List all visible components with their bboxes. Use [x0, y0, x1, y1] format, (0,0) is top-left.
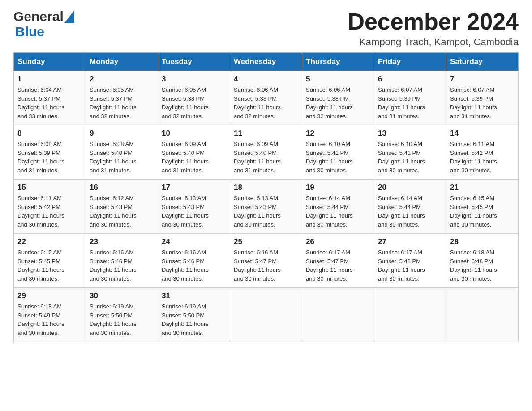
day-cell-8: 8Sunrise: 6:08 AMSunset: 5:39 PMDaylight…: [14, 125, 86, 180]
logo-blue: Blue: [15, 24, 44, 39]
day-number: 8: [17, 129, 82, 138]
day-cell-3: 3Sunrise: 6:05 AMSunset: 5:38 PMDaylight…: [158, 71, 230, 125]
day-info: Sunrise: 6:13 AMSunset: 5:43 PMDaylight:…: [162, 194, 226, 229]
day-cell-4: 4Sunrise: 6:06 AMSunset: 5:38 PMDaylight…: [230, 71, 302, 125]
day-info: Sunrise: 6:09 AMSunset: 5:40 PMDaylight:…: [234, 140, 298, 175]
day-cell-5: 5Sunrise: 6:06 AMSunset: 5:38 PMDaylight…: [302, 71, 374, 125]
day-cell-21: 21Sunrise: 6:15 AMSunset: 5:45 PMDayligh…: [446, 180, 519, 234]
day-info: Sunrise: 6:16 AMSunset: 5:47 PMDaylight:…: [234, 248, 298, 283]
day-cell-17: 17Sunrise: 6:13 AMSunset: 5:43 PMDayligh…: [158, 180, 230, 234]
day-info: Sunrise: 6:16 AMSunset: 5:46 PMDaylight:…: [90, 248, 154, 283]
day-info: Sunrise: 6:06 AMSunset: 5:38 PMDaylight:…: [306, 86, 370, 120]
day-number: 14: [450, 129, 515, 138]
day-info: Sunrise: 6:16 AMSunset: 5:46 PMDaylight:…: [162, 248, 226, 283]
day-cell-30: 30Sunrise: 6:19 AMSunset: 5:50 PMDayligh…: [86, 288, 158, 342]
day-info: Sunrise: 6:14 AMSunset: 5:44 PMDaylight:…: [306, 194, 370, 229]
day-number: 6: [378, 75, 442, 84]
weekday-header-tuesday: Tuesday: [158, 53, 230, 71]
day-info: Sunrise: 6:15 AMSunset: 5:45 PMDaylight:…: [450, 194, 515, 229]
day-cell-2: 2Sunrise: 6:05 AMSunset: 5:37 PMDaylight…: [86, 71, 158, 125]
day-info: Sunrise: 6:11 AMSunset: 5:42 PMDaylight:…: [17, 194, 82, 229]
day-number: 19: [306, 183, 370, 192]
weekday-header-sunday: Sunday: [14, 53, 86, 71]
day-info: Sunrise: 6:10 AMSunset: 5:41 PMDaylight:…: [378, 140, 442, 175]
week-row-5: 29Sunrise: 6:18 AMSunset: 5:49 PMDayligh…: [14, 288, 519, 342]
day-number: 29: [17, 291, 82, 300]
weekday-header-monday: Monday: [86, 53, 158, 71]
day-cell-28: 28Sunrise: 6:18 AMSunset: 5:48 PMDayligh…: [446, 234, 519, 288]
weekday-header-saturday: Saturday: [446, 53, 519, 71]
day-number: 22: [17, 237, 82, 246]
logo: General Blue: [13, 9, 75, 39]
page-header: General Blue December 2024 Kampong Trach…: [13, 9, 519, 48]
location-title: Kampong Trach, Kampot, Cambodia: [348, 36, 519, 48]
day-info: Sunrise: 6:18 AMSunset: 5:49 PMDaylight:…: [17, 302, 82, 337]
day-number: 21: [450, 183, 515, 192]
week-row-3: 15Sunrise: 6:11 AMSunset: 5:42 PMDayligh…: [14, 180, 519, 234]
day-info: Sunrise: 6:18 AMSunset: 5:48 PMDaylight:…: [450, 248, 515, 283]
calendar-table: SundayMondayTuesdayWednesdayThursdayFrid…: [13, 52, 519, 342]
calendar-header: SundayMondayTuesdayWednesdayThursdayFrid…: [14, 53, 519, 71]
day-info: Sunrise: 6:06 AMSunset: 5:38 PMDaylight:…: [234, 86, 298, 120]
week-row-1: 1Sunrise: 6:04 AMSunset: 5:37 PMDaylight…: [14, 71, 519, 125]
empty-cell: [230, 288, 302, 342]
day-number: 26: [306, 237, 370, 246]
day-number: 23: [90, 237, 154, 246]
day-number: 11: [234, 129, 298, 138]
day-cell-12: 12Sunrise: 6:10 AMSunset: 5:41 PMDayligh…: [302, 125, 374, 180]
day-cell-22: 22Sunrise: 6:15 AMSunset: 5:45 PMDayligh…: [14, 234, 86, 288]
empty-cell: [374, 288, 446, 342]
day-number: 25: [234, 237, 298, 246]
day-info: Sunrise: 6:08 AMSunset: 5:40 PMDaylight:…: [90, 140, 154, 175]
day-cell-6: 6Sunrise: 6:07 AMSunset: 5:39 PMDaylight…: [374, 71, 446, 125]
day-number: 27: [378, 237, 442, 246]
day-cell-25: 25Sunrise: 6:16 AMSunset: 5:47 PMDayligh…: [230, 234, 302, 288]
day-cell-18: 18Sunrise: 6:13 AMSunset: 5:43 PMDayligh…: [230, 180, 302, 234]
day-cell-29: 29Sunrise: 6:18 AMSunset: 5:49 PMDayligh…: [14, 288, 86, 342]
day-number: 3: [162, 75, 226, 84]
day-cell-11: 11Sunrise: 6:09 AMSunset: 5:40 PMDayligh…: [230, 125, 302, 180]
calendar-body: 1Sunrise: 6:04 AMSunset: 5:37 PMDaylight…: [14, 71, 519, 342]
day-cell-27: 27Sunrise: 6:17 AMSunset: 5:48 PMDayligh…: [374, 234, 446, 288]
day-cell-16: 16Sunrise: 6:12 AMSunset: 5:43 PMDayligh…: [86, 180, 158, 234]
day-cell-23: 23Sunrise: 6:16 AMSunset: 5:46 PMDayligh…: [86, 234, 158, 288]
day-info: Sunrise: 6:05 AMSunset: 5:38 PMDaylight:…: [162, 86, 226, 120]
day-number: 18: [234, 183, 298, 192]
weekday-header-friday: Friday: [374, 53, 446, 71]
day-info: Sunrise: 6:07 AMSunset: 5:39 PMDaylight:…: [378, 86, 442, 120]
day-cell-9: 9Sunrise: 6:08 AMSunset: 5:40 PMDaylight…: [86, 125, 158, 180]
day-number: 12: [306, 129, 370, 138]
day-number: 13: [378, 129, 442, 138]
weekday-header-thursday: Thursday: [302, 53, 374, 71]
day-info: Sunrise: 6:07 AMSunset: 5:39 PMDaylight:…: [450, 86, 515, 120]
day-cell-13: 13Sunrise: 6:10 AMSunset: 5:41 PMDayligh…: [374, 125, 446, 180]
day-info: Sunrise: 6:15 AMSunset: 5:45 PMDaylight:…: [17, 248, 82, 283]
day-info: Sunrise: 6:12 AMSunset: 5:43 PMDaylight:…: [90, 194, 154, 229]
weekday-header-row: SundayMondayTuesdayWednesdayThursdayFrid…: [14, 53, 519, 71]
title-block: December 2024 Kampong Trach, Kampot, Cam…: [348, 9, 519, 48]
day-info: Sunrise: 6:17 AMSunset: 5:48 PMDaylight:…: [378, 248, 442, 283]
day-number: 1: [17, 75, 82, 84]
day-cell-24: 24Sunrise: 6:16 AMSunset: 5:46 PMDayligh…: [158, 234, 230, 288]
empty-cell: [446, 288, 519, 342]
day-cell-14: 14Sunrise: 6:11 AMSunset: 5:42 PMDayligh…: [446, 125, 519, 180]
day-info: Sunrise: 6:08 AMSunset: 5:39 PMDaylight:…: [17, 140, 82, 175]
day-info: Sunrise: 6:04 AMSunset: 5:37 PMDaylight:…: [17, 86, 82, 120]
weekday-header-wednesday: Wednesday: [230, 53, 302, 71]
week-row-4: 22Sunrise: 6:15 AMSunset: 5:45 PMDayligh…: [14, 234, 519, 288]
day-info: Sunrise: 6:19 AMSunset: 5:50 PMDaylight:…: [162, 302, 226, 337]
day-cell-26: 26Sunrise: 6:17 AMSunset: 5:47 PMDayligh…: [302, 234, 374, 288]
day-number: 4: [234, 75, 298, 84]
day-info: Sunrise: 6:13 AMSunset: 5:43 PMDaylight:…: [234, 194, 298, 229]
day-number: 5: [306, 75, 370, 84]
empty-cell: [302, 288, 374, 342]
day-number: 24: [162, 237, 226, 246]
logo-general: General: [13, 9, 64, 24]
logo-triangle-icon: [64, 10, 74, 23]
svg-marker-0: [64, 10, 74, 23]
day-info: Sunrise: 6:11 AMSunset: 5:42 PMDaylight:…: [450, 140, 515, 175]
day-number: 7: [450, 75, 515, 84]
day-cell-7: 7Sunrise: 6:07 AMSunset: 5:39 PMDaylight…: [446, 71, 519, 125]
day-number: 10: [162, 129, 226, 138]
day-number: 15: [17, 183, 82, 192]
